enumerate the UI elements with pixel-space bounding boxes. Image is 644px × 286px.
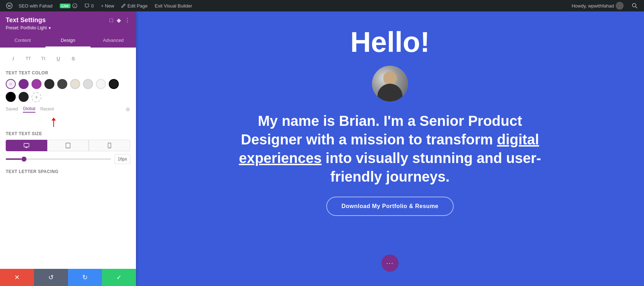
strikethrough-icon[interactable]: S: [67, 53, 79, 65]
panel-body: I TT Tt U S Text Text Color ⟳: [0, 48, 136, 269]
color-tab-recent[interactable]: Recent: [40, 107, 54, 112]
color-swatch-black1[interactable]: [109, 79, 119, 90]
format-icons-row: I TT Tt U S: [6, 53, 130, 65]
tab-content[interactable]: Content: [0, 34, 45, 48]
tab-design[interactable]: Design: [45, 34, 91, 48]
color-settings-gear[interactable]: ⚙: [126, 107, 130, 112]
avatar-head: [383, 72, 397, 85]
panel-title-row: Text Settings □ ◆ ⋮: [6, 16, 130, 24]
text-settings-panel: Text Settings □ ◆ ⋮ Preset: Portfolio Li…: [0, 11, 136, 286]
comments-item[interactable]: 0: [81, 0, 97, 11]
hero-title: Hello!: [350, 26, 430, 59]
download-button[interactable]: Download My Portfolio & Resume: [326, 197, 453, 216]
color-tabs: Saved Global Recent ⚙: [6, 106, 130, 113]
live-badge: Live: [60, 4, 70, 8]
color-picker-row: ⟳: [6, 79, 130, 103]
color-swatch-black2[interactable]: [6, 92, 16, 103]
mobile-tab[interactable]: [89, 140, 130, 151]
underline-text: digital experiences: [239, 132, 539, 166]
hero-description: My name is Brian. I'm a Senior Product D…: [229, 112, 551, 186]
comments-zero: 0: [91, 3, 94, 9]
text-size-label: Text Text Size: [6, 131, 130, 136]
color-swatch-vlight[interactable]: [96, 79, 107, 90]
avatar-image: [372, 66, 408, 102]
global-arrow-indicator: [6, 118, 130, 128]
comments-count: 1: [72, 3, 77, 8]
panel-title: Text Settings: [6, 16, 46, 24]
color-swatch-light1[interactable]: [70, 79, 81, 90]
svg-point-4: [633, 4, 636, 7]
wp-logo[interactable]: W: [4, 0, 15, 11]
tablet-tab[interactable]: [47, 140, 89, 151]
svg-text:W: W: [8, 4, 11, 8]
more-icon[interactable]: ⋮: [125, 17, 130, 24]
admin-bar-right: Howdy, wpwithfahad: [568, 0, 640, 11]
dots-menu-button[interactable]: ···: [381, 255, 399, 272]
text-size-value[interactable]: 16px: [114, 154, 130, 164]
tab-advanced[interactable]: Advanced: [91, 34, 136, 48]
user-avatar: [616, 2, 624, 10]
canvas-area: Hello! My name is Brian. I'm a Senior Pr…: [136, 11, 644, 286]
svg-rect-6: [24, 143, 29, 147]
uppercase-icon[interactable]: TT: [22, 53, 34, 65]
color-swatch-light2[interactable]: [83, 79, 94, 90]
svg-point-10: [68, 147, 68, 148]
capitalize-icon[interactable]: Tt: [37, 53, 49, 65]
hero-avatar: [372, 66, 408, 102]
panel-header-icons: □ ◆ ⋮: [109, 17, 130, 24]
letter-spacing-label: Text Letter Spacing: [6, 169, 130, 174]
howdy-label[interactable]: Howdy, wpwithfahad: [568, 0, 627, 11]
expand-icon[interactable]: ◆: [117, 17, 121, 24]
panel-actions: ✕ ↺ ↻ ✓: [0, 269, 136, 286]
color-swatch-dark2[interactable]: [57, 79, 68, 90]
text-size-section: Text Text Size: [6, 131, 130, 164]
main-layout: Text Settings □ ◆ ⋮ Preset: Portfolio Li…: [0, 11, 644, 286]
site-name[interactable]: SEO with Fahad: [15, 0, 56, 11]
text-size-slider[interactable]: [6, 158, 111, 160]
device-tabs: [6, 140, 130, 151]
search-icon[interactable]: [629, 0, 640, 11]
text-size-slider-row: 16px: [6, 154, 130, 164]
svg-point-12: [109, 147, 110, 148]
add-color-button[interactable]: +: [31, 92, 42, 102]
admin-bar: W SEO with Fahad Live 1 0 + New Edit Pag…: [0, 0, 644, 11]
color-swatch-purple1[interactable]: [19, 79, 29, 90]
color-swatch-purple2[interactable]: [31, 79, 42, 90]
undo-button[interactable]: ↺: [34, 269, 68, 286]
current-color-swatch[interactable]: ⟳: [6, 79, 16, 90]
live-badge-item[interactable]: Live 1: [56, 0, 81, 11]
edit-page-button[interactable]: Edit Page: [118, 0, 151, 11]
color-swatch-dark1[interactable]: [44, 79, 55, 90]
italic-icon[interactable]: I: [7, 53, 19, 65]
avatar-body: [377, 84, 402, 102]
svg-text:1: 1: [74, 5, 75, 8]
panel-header: Text Settings □ ◆ ⋮ Preset: Portfolio Li…: [0, 11, 136, 34]
svg-line-5: [636, 7, 638, 9]
new-button[interactable]: + New: [97, 0, 118, 11]
color-tab-global[interactable]: Global: [23, 106, 35, 113]
confirm-button[interactable]: ✓: [102, 269, 136, 286]
panel-preset[interactable]: Preset: Portfolio Light ▼: [6, 25, 130, 30]
redo-button[interactable]: ↻: [68, 269, 102, 286]
minimize-icon[interactable]: □: [109, 17, 113, 24]
panel-tabs: Content Design Advanced: [0, 34, 136, 48]
text-color-label: Text Text Color: [6, 70, 130, 75]
color-tab-saved[interactable]: Saved: [6, 107, 18, 112]
underline-icon[interactable]: U: [52, 53, 64, 65]
desktop-tab[interactable]: [6, 140, 47, 151]
cancel-button[interactable]: ✕: [0, 269, 34, 286]
color-swatch-darkgray[interactable]: [19, 92, 29, 103]
exit-builder-button[interactable]: Exit Visual Builder: [151, 0, 196, 11]
dots-icon: ···: [386, 260, 394, 267]
